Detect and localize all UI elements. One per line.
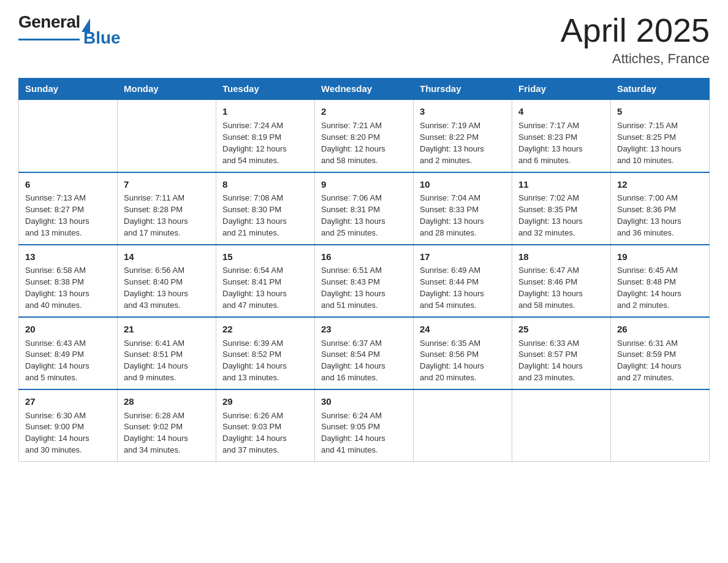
calendar-location: Attiches, France [561, 51, 710, 67]
calendar-day-cell: 10Sunrise: 7:04 AMSunset: 8:33 PMDayligh… [414, 172, 512, 245]
calendar-day-cell: 5Sunrise: 7:15 AMSunset: 8:25 PMDaylight… [611, 99, 710, 172]
day-number: 22 [222, 323, 308, 336]
day-number: 16 [321, 250, 407, 264]
day-number: 5 [617, 105, 703, 118]
day-number: 6 [25, 178, 111, 191]
day-info: Sunrise: 7:17 AMSunset: 8:23 PMDaylight:… [518, 121, 583, 165]
calendar-day-cell: 16Sunrise: 6:51 AMSunset: 8:43 PMDayligh… [315, 245, 414, 317]
day-number: 13 [25, 250, 111, 264]
day-info: Sunrise: 7:00 AMSunset: 8:36 PMDaylight:… [617, 193, 681, 237]
day-info: Sunrise: 6:51 AMSunset: 8:43 PMDaylight:… [321, 266, 385, 310]
calendar-day-cell: 22Sunrise: 6:39 AMSunset: 8:52 PMDayligh… [216, 317, 315, 389]
day-info: Sunrise: 7:04 AMSunset: 8:33 PMDaylight:… [420, 193, 484, 237]
calendar-day-cell: 14Sunrise: 6:56 AMSunset: 8:40 PMDayligh… [118, 245, 216, 317]
title-block: April 2025 Attiches, France [561, 12, 710, 67]
day-info: Sunrise: 6:35 AMSunset: 8:56 PMDaylight:… [420, 339, 484, 383]
day-number: 10 [420, 178, 506, 191]
day-number: 30 [321, 395, 407, 408]
calendar-title: April 2025 [561, 12, 710, 48]
day-info: Sunrise: 6:30 AMSunset: 9:00 PMDaylight:… [25, 411, 89, 455]
day-number: 7 [124, 178, 210, 191]
day-number: 24 [420, 323, 506, 336]
day-info: Sunrise: 7:02 AMSunset: 8:35 PMDaylight:… [518, 193, 583, 237]
calendar-day-cell: 21Sunrise: 6:41 AMSunset: 8:51 PMDayligh… [118, 317, 216, 389]
weekday-header-wednesday: Wednesday [315, 79, 414, 100]
page-header: General Blue April 2025 Attiches, France [18, 12, 710, 67]
day-number: 8 [222, 178, 308, 191]
day-number: 19 [617, 250, 703, 264]
calendar-day-cell: 6Sunrise: 7:13 AMSunset: 8:27 PMDaylight… [19, 172, 118, 245]
day-info: Sunrise: 7:13 AMSunset: 8:27 PMDaylight:… [25, 193, 89, 237]
calendar-day-cell: 23Sunrise: 6:37 AMSunset: 8:54 PMDayligh… [315, 317, 414, 389]
calendar-day-cell [611, 389, 710, 462]
day-number: 9 [321, 178, 407, 191]
calendar-day-cell: 26Sunrise: 6:31 AMSunset: 8:59 PMDayligh… [611, 317, 710, 389]
day-info: Sunrise: 6:45 AMSunset: 8:48 PMDaylight:… [617, 266, 681, 310]
day-number: 2 [321, 105, 407, 118]
day-number: 23 [321, 323, 407, 336]
logo-blue-text: Blue [83, 28, 121, 48]
weekday-header-sunday: Sunday [19, 79, 118, 100]
calendar-day-cell: 20Sunrise: 6:43 AMSunset: 8:49 PMDayligh… [19, 317, 118, 389]
calendar-day-cell: 15Sunrise: 6:54 AMSunset: 8:41 PMDayligh… [216, 245, 315, 317]
day-number: 15 [222, 250, 308, 264]
day-number: 27 [25, 395, 111, 408]
day-number: 1 [222, 105, 308, 118]
calendar-day-cell [414, 389, 512, 462]
logo: General Blue [18, 12, 121, 48]
day-info: Sunrise: 6:41 AMSunset: 8:51 PMDaylight:… [124, 339, 188, 383]
day-number: 3 [420, 105, 506, 118]
calendar-day-cell: 3Sunrise: 7:19 AMSunset: 8:22 PMDaylight… [414, 99, 512, 172]
day-info: Sunrise: 7:08 AMSunset: 8:30 PMDaylight:… [222, 193, 287, 237]
day-info: Sunrise: 6:24 AMSunset: 9:05 PMDaylight:… [321, 411, 385, 455]
calendar-day-cell: 9Sunrise: 7:06 AMSunset: 8:31 PMDaylight… [315, 172, 414, 245]
calendar-week-1: 1Sunrise: 7:24 AMSunset: 8:19 PMDaylight… [19, 99, 710, 172]
calendar-day-cell: 18Sunrise: 6:47 AMSunset: 8:46 PMDayligh… [512, 245, 611, 317]
day-number: 17 [420, 250, 506, 264]
day-number: 20 [25, 323, 111, 336]
day-number: 18 [518, 250, 604, 264]
day-number: 12 [617, 178, 703, 191]
calendar-day-cell: 28Sunrise: 6:28 AMSunset: 9:02 PMDayligh… [118, 389, 216, 462]
calendar-week-3: 13Sunrise: 6:58 AMSunset: 8:38 PMDayligh… [19, 245, 710, 317]
weekday-header-monday: Monday [118, 79, 216, 100]
weekday-header-tuesday: Tuesday [216, 79, 315, 100]
day-number: 14 [124, 250, 210, 264]
calendar-day-cell: 4Sunrise: 7:17 AMSunset: 8:23 PMDaylight… [512, 99, 611, 172]
weekday-header-thursday: Thursday [414, 79, 512, 100]
logo-general-text: General [18, 12, 80, 32]
calendar-day-cell: 13Sunrise: 6:58 AMSunset: 8:38 PMDayligh… [19, 245, 118, 317]
calendar-header: SundayMondayTuesdayWednesdayThursdayFrid… [19, 79, 710, 100]
day-number: 25 [518, 323, 604, 336]
calendar-day-cell [512, 389, 611, 462]
day-number: 4 [518, 105, 604, 118]
calendar-day-cell: 27Sunrise: 6:30 AMSunset: 9:00 PMDayligh… [19, 389, 118, 462]
calendar-week-5: 27Sunrise: 6:30 AMSunset: 9:00 PMDayligh… [19, 389, 710, 462]
day-info: Sunrise: 6:37 AMSunset: 8:54 PMDaylight:… [321, 339, 385, 383]
day-info: Sunrise: 6:58 AMSunset: 8:38 PMDaylight:… [25, 266, 89, 310]
day-info: Sunrise: 7:15 AMSunset: 8:25 PMDaylight:… [617, 121, 681, 165]
calendar-week-2: 6Sunrise: 7:13 AMSunset: 8:27 PMDaylight… [19, 172, 710, 245]
day-info: Sunrise: 6:47 AMSunset: 8:46 PMDaylight:… [518, 266, 583, 310]
day-info: Sunrise: 7:06 AMSunset: 8:31 PMDaylight:… [321, 193, 385, 237]
calendar-day-cell: 8Sunrise: 7:08 AMSunset: 8:30 PMDaylight… [216, 172, 315, 245]
weekday-header-saturday: Saturday [611, 79, 710, 100]
calendar-day-cell: 7Sunrise: 7:11 AMSunset: 8:28 PMDaylight… [118, 172, 216, 245]
calendar-day-cell: 2Sunrise: 7:21 AMSunset: 8:20 PMDaylight… [315, 99, 414, 172]
day-number: 28 [124, 395, 210, 408]
day-info: Sunrise: 7:24 AMSunset: 8:19 PMDaylight:… [222, 121, 287, 165]
calendar-day-cell: 24Sunrise: 6:35 AMSunset: 8:56 PMDayligh… [414, 317, 512, 389]
calendar-day-cell: 19Sunrise: 6:45 AMSunset: 8:48 PMDayligh… [611, 245, 710, 317]
weekday-header-friday: Friday [512, 79, 611, 100]
day-number: 21 [124, 323, 210, 336]
day-number: 29 [222, 395, 308, 408]
calendar-day-cell: 17Sunrise: 6:49 AMSunset: 8:44 PMDayligh… [414, 245, 512, 317]
calendar-day-cell: 29Sunrise: 6:26 AMSunset: 9:03 PMDayligh… [216, 389, 315, 462]
day-info: Sunrise: 7:21 AMSunset: 8:20 PMDaylight:… [321, 121, 385, 165]
calendar-day-cell: 12Sunrise: 7:00 AMSunset: 8:36 PMDayligh… [611, 172, 710, 245]
day-info: Sunrise: 6:31 AMSunset: 8:59 PMDaylight:… [617, 339, 681, 383]
day-info: Sunrise: 6:39 AMSunset: 8:52 PMDaylight:… [222, 339, 287, 383]
calendar-day-cell: 11Sunrise: 7:02 AMSunset: 8:35 PMDayligh… [512, 172, 611, 245]
day-info: Sunrise: 6:56 AMSunset: 8:40 PMDaylight:… [124, 266, 188, 310]
day-info: Sunrise: 6:43 AMSunset: 8:49 PMDaylight:… [25, 339, 89, 383]
